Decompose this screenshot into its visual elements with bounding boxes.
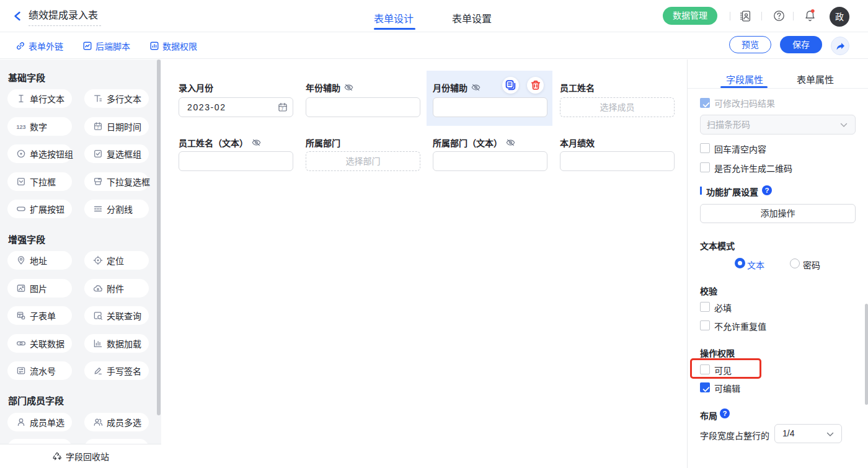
svg-text:7: 7 bbox=[97, 126, 99, 130]
svg-text:7: 7 bbox=[281, 107, 284, 111]
svg-text:123: 123 bbox=[16, 123, 25, 130]
